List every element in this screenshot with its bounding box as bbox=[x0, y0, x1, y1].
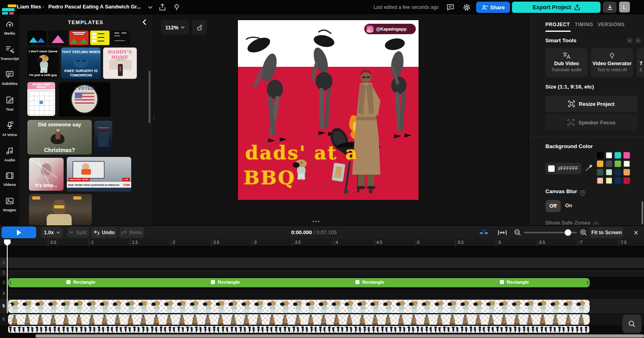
color-swatch[interactable] bbox=[623, 169, 630, 175]
sidebar-item-subtitles[interactable]: Subtitles bbox=[0, 71, 19, 92]
rectangle-clip-label[interactable]: Rectangle bbox=[500, 280, 529, 284]
rectangle-clip-label[interactable]: Rectangle bbox=[211, 280, 240, 284]
sidebar-item-videos[interactable]: Videos bbox=[0, 172, 19, 193]
sidebar-item-transcript[interactable]: Transcript bbox=[0, 45, 19, 66]
tab-project[interactable]: PROJECT bbox=[545, 22, 570, 27]
canvas-blur-off-button[interactable]: Off bbox=[545, 200, 561, 212]
timeline-zoom-slider[interactable] bbox=[524, 232, 577, 233]
panel-scrollbar[interactable] bbox=[642, 201, 643, 225]
redo-button[interactable]: Redo bbox=[119, 227, 144, 238]
color-swatch[interactable] bbox=[606, 177, 612, 184]
playback-speed-control[interactable]: 1.0x bbox=[41, 227, 63, 238]
sidebar-item-ai-voice[interactable]: AI Voice bbox=[0, 122, 19, 142]
template-thumb-daddys-home[interactable]: DADDY'S HOME bbox=[103, 47, 137, 79]
color-swatch[interactable] bbox=[606, 169, 612, 175]
download-button[interactable] bbox=[603, 2, 617, 13]
color-swatch[interactable] bbox=[597, 169, 603, 175]
rectangle-clip-label[interactable]: Rectangle bbox=[66, 280, 95, 284]
project-title[interactable]: Pedro Pascal Eating A Sandwich Gr... bbox=[48, 4, 141, 10]
template-thumb-checklist-yellow[interactable] bbox=[90, 31, 109, 45]
template-thumb-knee-surgery[interactable]: THAT FEELING WHEN KNEE SURGERY IS TOMORR… bbox=[61, 47, 101, 79]
rectangle-clip-label[interactable]: Rectangle bbox=[355, 280, 384, 284]
filmstrip-dancers[interactable] bbox=[8, 326, 590, 333]
template-thumb-audiogram-pink[interactable] bbox=[48, 31, 68, 45]
template-thumb-election-bingo[interactable]: Election Night BINGO bbox=[27, 82, 55, 116]
template-thumb-dark-poster[interactable] bbox=[95, 121, 112, 153]
smart-tools-prev-button[interactable]: ‹ bbox=[627, 37, 633, 43]
speaker-focus-button[interactable]: Speaker Focus bbox=[545, 114, 638, 130]
track-row-4[interactable] bbox=[0, 289, 644, 298]
kapwing-logo-icon[interactable] bbox=[2, 2, 18, 13]
color-swatch[interactable] bbox=[606, 161, 612, 167]
smart-tool-partial[interactable]: T E bbox=[636, 48, 644, 77]
user-avatar[interactable]: L bbox=[619, 2, 630, 12]
timeline-ruler[interactable]: 0:0.5:1:1.5:2:2.5:3:3.5:4:4.5:5:5.5:6:6.… bbox=[0, 239, 644, 246]
sidebar-item-audio[interactable]: Audio bbox=[0, 147, 19, 168]
undo-button[interactable]: Undo bbox=[91, 227, 117, 238]
color-swatch[interactable] bbox=[597, 161, 603, 167]
suggestions-lightbulb-icon[interactable] bbox=[172, 3, 181, 12]
panel-resize-grip[interactable]: ⋮ bbox=[151, 116, 157, 118]
track-row-1[interactable] bbox=[0, 258, 644, 268]
resize-project-button[interactable]: Resize Project bbox=[545, 96, 638, 112]
zoom-out-icon[interactable] bbox=[513, 228, 522, 237]
color-swatch[interactable] bbox=[597, 177, 603, 184]
color-swatch[interactable] bbox=[606, 152, 612, 159]
tab-versions[interactable]: VERSIONS bbox=[598, 22, 625, 27]
color-swatch[interactable] bbox=[615, 177, 621, 184]
template-thumb-its-time[interactable]: It's time... bbox=[29, 158, 64, 191]
template-thumb-chill-guy[interactable]: I don't need Canva I'm just a chill guy bbox=[27, 47, 59, 79]
color-swatch[interactable] bbox=[597, 152, 603, 159]
play-button[interactable] bbox=[2, 227, 36, 238]
color-swatch[interactable] bbox=[623, 152, 630, 159]
timeline-resize-handle[interactable]: ••• bbox=[312, 218, 320, 225]
smart-tool-video-generator[interactable]: Video Generator Text to video AI bbox=[591, 48, 633, 77]
comments-icon[interactable] bbox=[446, 3, 455, 12]
rectangle-clip-bar[interactable]: RectangleRectangleRectangleRectangle bbox=[8, 278, 590, 287]
filmstrip-dog[interactable] bbox=[8, 300, 590, 313]
color-swatch[interactable] bbox=[615, 161, 621, 167]
template-thumb-christmas[interactable]: Did someone say Christmas? bbox=[27, 120, 92, 155]
color-swatch[interactable] bbox=[623, 177, 630, 184]
instagram-badge[interactable]: @Kapwingapp bbox=[364, 24, 416, 34]
share-button[interactable]: Share bbox=[476, 2, 510, 13]
template-thumb-audiogram-red[interactable] bbox=[69, 31, 89, 45]
eyedropper-icon[interactable] bbox=[585, 164, 592, 173]
share-upload-icon[interactable] bbox=[158, 3, 167, 12]
filmstrip-man[interactable] bbox=[8, 314, 590, 325]
clip-trim-handle[interactable] bbox=[10, 303, 12, 309]
template-thumb-interview[interactable] bbox=[29, 194, 92, 225]
canvas-lock-button[interactable] bbox=[192, 20, 207, 35]
breadcrumb-workspace[interactable]: Liam files bbox=[17, 4, 41, 10]
trim-to-playhead-icon[interactable] bbox=[497, 228, 507, 237]
canvas-blur-help-icon[interactable]: ? bbox=[580, 190, 585, 196]
export-project-button[interactable]: Export Project bbox=[512, 2, 601, 13]
color-swatch[interactable] bbox=[623, 161, 630, 167]
fit-to-screen-button[interactable]: Fit to Screen bbox=[590, 227, 623, 238]
timeline-search-button[interactable] bbox=[622, 315, 642, 333]
canvas-caption-line2[interactable]: BBQ bbox=[244, 167, 295, 189]
timeline-horizontal-scrollbar[interactable] bbox=[35, 334, 644, 338]
smart-trim-icon[interactable] bbox=[479, 228, 489, 237]
color-swatch[interactable] bbox=[615, 169, 621, 175]
canvas-blur-on-button[interactable]: On bbox=[565, 203, 572, 208]
split-button[interactable]: ✂Split bbox=[67, 227, 89, 238]
template-thumb-cnn-trump[interactable]: BREAKING NEWS LIVE NOW: TRUMP TAKES QUES… bbox=[67, 157, 131, 192]
canvas-zoom-control[interactable]: 112% bbox=[161, 20, 189, 35]
smart-tools-next-button[interactable]: › bbox=[635, 37, 641, 43]
tab-timing[interactable]: TIMING bbox=[575, 22, 593, 27]
canvas-caption-line1[interactable]: dads' at a bbox=[245, 142, 359, 164]
clip-trim-handle[interactable] bbox=[10, 317, 12, 322]
templates-scrollbar[interactable] bbox=[149, 71, 151, 123]
template-thumb-i-voted[interactable]: I VOTED bbox=[59, 82, 110, 117]
zoom-in-icon[interactable] bbox=[579, 228, 588, 237]
color-swatch[interactable] bbox=[615, 152, 621, 159]
background-hex-input[interactable]: #FFFFFF bbox=[545, 163, 581, 174]
sidebar-item-images[interactable]: Images bbox=[0, 198, 19, 218]
sidebar-item-text[interactable]: Text bbox=[0, 96, 19, 117]
zoom-slider-knob[interactable] bbox=[565, 229, 571, 236]
sidebar-item-media[interactable]: Media bbox=[0, 20, 19, 41]
video-canvas[interactable]: dads' at a BBQ @Kapwingapp bbox=[238, 20, 419, 200]
template-thumb-list-black[interactable] bbox=[111, 31, 130, 45]
smart-tool-dub-video[interactable]: Dub Video Translate audio bbox=[545, 48, 588, 77]
